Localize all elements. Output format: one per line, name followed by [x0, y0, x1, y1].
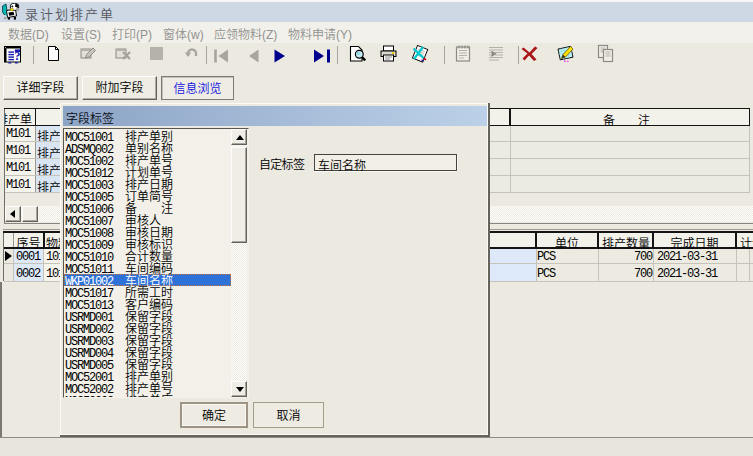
svg-text:?: ?: [14, 49, 20, 63]
